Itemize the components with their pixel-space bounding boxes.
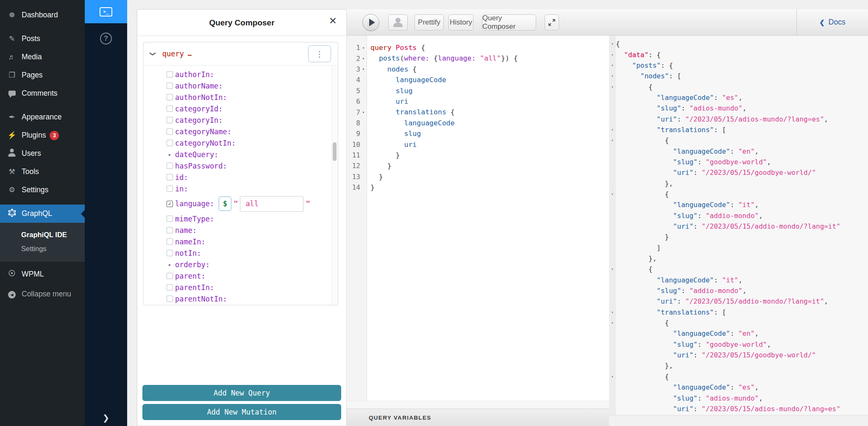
- sidebar-item-users[interactable]: Users: [0, 144, 85, 163]
- variable-toggle-button[interactable]: $: [219, 196, 231, 211]
- composer-field-authorNotIn[interactable]: authorNotIn:: [167, 91, 331, 103]
- field-checkbox-parentIn[interactable]: [167, 284, 173, 290]
- field-checkbox-authorNotIn[interactable]: [167, 94, 173, 100]
- composer-field-categoryNotIn[interactable]: categoryNotIn:: [167, 137, 331, 149]
- field-checkbox-categoryNotIn[interactable]: [167, 140, 173, 146]
- fold-arrow-icon[interactable]: ▾: [609, 310, 616, 314]
- query-editor-pane[interactable]: 1▾2▾3▾4567▾891011121314 query Posts { po…: [347, 36, 609, 401]
- composer-field-parent[interactable]: parent:: [167, 270, 331, 282]
- code-line[interactable]: slug: [370, 128, 518, 139]
- code-line[interactable]: posts(where: {language: "all"}) {: [370, 53, 518, 64]
- field-checkbox-parent[interactable]: [167, 273, 173, 279]
- expand-triangle-icon[interactable]: ▸: [167, 262, 173, 268]
- prettify-button[interactable]: Prettify: [415, 14, 444, 30]
- code-line[interactable]: languageCode: [370, 118, 518, 128]
- sidebar-item-appearance[interactable]: ✒Appearance: [0, 108, 85, 126]
- composer-field-authorName[interactable]: authorName:: [167, 80, 331, 91]
- code-line[interactable]: translations {: [370, 107, 518, 117]
- code-line[interactable]: slug: [370, 86, 518, 96]
- code-line[interactable]: }: [370, 182, 518, 193]
- fold-arrow-icon[interactable]: ▾: [360, 56, 367, 61]
- fold-arrow-icon[interactable]: ▾: [609, 53, 616, 57]
- fold-arrow-icon[interactable]: ▾: [360, 110, 367, 114]
- sidebar-item-plugins[interactable]: ⚡Plugins3: [0, 126, 85, 144]
- add-new-query-button[interactable]: Add New Query: [142, 385, 341, 401]
- sidebar-item-dashboard[interactable]: ☸Dashboard: [0, 6, 85, 24]
- fold-arrow-icon[interactable]: ▾: [360, 67, 367, 71]
- field-checkbox-hasPassword[interactable]: [167, 163, 173, 169]
- composer-field-dateQuery[interactable]: ▸dateQuery:: [167, 149, 331, 160]
- field-checkbox-name[interactable]: [167, 227, 173, 233]
- field-checkbox-authorName[interactable]: [167, 83, 173, 89]
- field-checkbox-nameIn[interactable]: [167, 238, 173, 245]
- composer-field-notIn[interactable]: notIn:: [167, 247, 331, 259]
- composer-field-categoryId[interactable]: categoryId:: [167, 103, 331, 114]
- fullscreen-button[interactable]: [545, 14, 559, 30]
- field-checkbox-categoryName[interactable]: [167, 128, 173, 135]
- history-button[interactable]: History: [448, 14, 473, 30]
- sidebar-item-wpml[interactable]: WPML: [0, 265, 85, 283]
- composer-field-categoryIn[interactable]: categoryIn:: [167, 114, 331, 126]
- sidebar-item-comments[interactable]: Comments: [0, 84, 85, 102]
- sidebar-item-pages[interactable]: ❐Pages: [0, 66, 85, 84]
- fold-arrow-icon[interactable]: ▾: [609, 192, 616, 196]
- submenu-item-graphiql-ide[interactable]: GraphiQL IDE: [0, 228, 85, 242]
- expand-triangle-icon[interactable]: ▸: [167, 152, 173, 158]
- code-line[interactable]: }: [370, 160, 518, 171]
- composer-field-hasPassword[interactable]: hasPassword:: [167, 160, 331, 172]
- query-variables-bar[interactable]: QUERY VARIABLES: [347, 409, 609, 426]
- field-checkbox-id[interactable]: [167, 174, 173, 180]
- language-value-input[interactable]: [240, 196, 303, 212]
- field-checkbox-authorIn[interactable]: [167, 71, 173, 77]
- submenu-item-settings[interactable]: Settings: [0, 242, 85, 256]
- code-line[interactable]: languageCode: [370, 75, 518, 85]
- sidebar-item-posts[interactable]: ✎Posts: [0, 30, 85, 48]
- field-checkbox-in[interactable]: [167, 185, 173, 192]
- fold-arrow-icon[interactable]: ▾: [609, 74, 616, 78]
- field-checkbox-categoryId[interactable]: [167, 105, 173, 112]
- code-line[interactable]: nodes {: [370, 64, 518, 75]
- field-checkbox-notIn[interactable]: [167, 250, 173, 256]
- composer-scrollbar-thumb[interactable]: [333, 142, 337, 161]
- field-checkbox-categoryIn[interactable]: [167, 117, 173, 123]
- chevron-down-icon[interactable]: ❯: [150, 51, 156, 56]
- help-icon[interactable]: ?: [100, 33, 112, 44]
- fold-arrow-icon[interactable]: ▾: [609, 267, 616, 271]
- query-editor-code[interactable]: query Posts { posts(where: {language: "a…: [367, 36, 518, 401]
- fold-arrow-icon[interactable]: ▾: [609, 375, 616, 379]
- sidebar-item-media[interactable]: ♬Media: [0, 48, 85, 66]
- fold-arrow-icon[interactable]: ▾: [360, 46, 367, 50]
- graphiql-tool-tab[interactable]: >_: [85, 0, 127, 23]
- composer-field-name[interactable]: name:: [167, 224, 331, 236]
- sidebar-item-tools[interactable]: ⚒Tools: [0, 163, 85, 181]
- sidebar-item-graphql[interactable]: GraphQL: [0, 205, 85, 223]
- sidebar-item-collapse[interactable]: ◀Collapse menu: [0, 285, 85, 303]
- code-line[interactable]: uri: [370, 96, 518, 107]
- composer-field-mimeType[interactable]: mimeType:: [167, 213, 331, 224]
- fold-arrow-icon[interactable]: ▾: [609, 64, 616, 67]
- code-line[interactable]: }: [370, 172, 518, 182]
- composer-field-categoryName[interactable]: categoryName:: [167, 126, 331, 137]
- composer-field-id[interactable]: id:: [167, 172, 331, 183]
- fold-arrow-icon[interactable]: ▾: [609, 42, 616, 46]
- composer-field-orderby[interactable]: ▸orderby:: [167, 259, 331, 270]
- field-checkbox-mimeType[interactable]: [167, 216, 173, 222]
- field-checkbox-language[interactable]: ✓: [167, 201, 173, 207]
- composer-field-parentNotIn[interactable]: parentNotIn:: [167, 293, 331, 304]
- composer-field-parentIn[interactable]: parentIn:: [167, 282, 331, 293]
- code-line[interactable]: uri: [370, 139, 518, 150]
- query-composer-button[interactable]: Query Composer: [482, 14, 536, 30]
- docs-button[interactable]: ❮ Docs: [796, 9, 868, 35]
- auth-user-button[interactable]: [388, 14, 408, 30]
- composer-field-in[interactable]: in:: [167, 183, 331, 194]
- fold-arrow-icon[interactable]: ▾: [609, 85, 616, 89]
- composer-field-nameIn[interactable]: nameIn:: [167, 236, 331, 247]
- field-checkbox-parentNotIn[interactable]: [167, 296, 173, 302]
- fold-arrow-icon[interactable]: ▾: [609, 128, 616, 132]
- sidebar-item-settings[interactable]: ⚙Settings: [0, 181, 85, 199]
- add-new-mutation-button[interactable]: Add New Mutation: [142, 404, 341, 420]
- composer-field-language[interactable]: ✓language:$"": [167, 194, 331, 213]
- activity-expand-chevron-icon[interactable]: ❯: [85, 413, 127, 423]
- query-options-button[interactable]: ⋮: [308, 45, 331, 62]
- code-line[interactable]: query Posts {: [370, 42, 518, 53]
